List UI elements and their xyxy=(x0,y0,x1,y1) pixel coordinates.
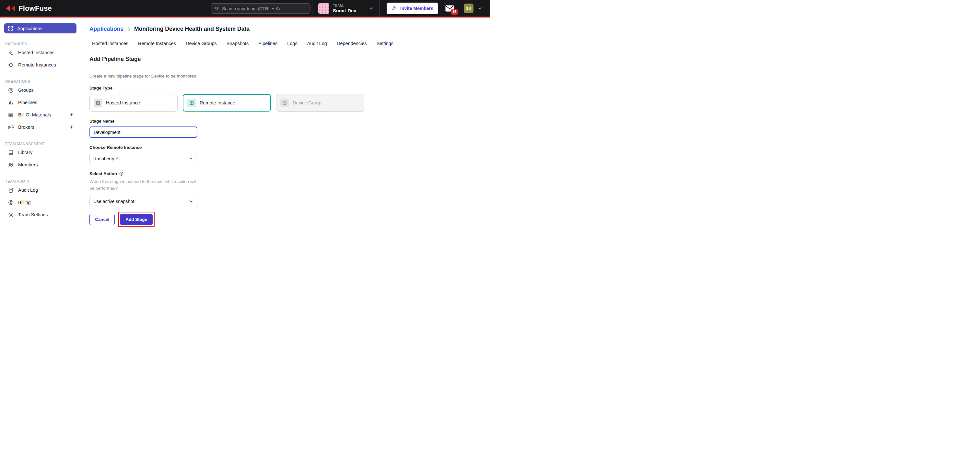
sidebar-item-label: Library xyxy=(18,150,32,155)
page-title: Monitoring Device Health and System Data xyxy=(134,26,250,32)
chevron-right-icon xyxy=(126,27,131,32)
sparkle-icon xyxy=(69,124,74,130)
tab-device-groups[interactable]: Device Groups xyxy=(186,41,217,46)
invite-members-button[interactable]: Invite Members xyxy=(387,3,438,14)
team-search[interactable] xyxy=(211,3,310,14)
grid-icon xyxy=(8,25,14,32)
chevron-down-icon xyxy=(188,199,194,204)
tab-dependencies[interactable]: Dependencies xyxy=(337,41,367,46)
sidebar-item-label: Hosted Instances xyxy=(18,50,54,55)
dollar-icon xyxy=(8,199,14,206)
add-stage-button[interactable]: Add Stage xyxy=(120,214,153,225)
sidebar-item-label: Groups xyxy=(18,88,34,93)
notification-badge: 15 xyxy=(451,10,458,14)
form-description: Create a new pipeline stage for Device t… xyxy=(89,73,368,78)
stage-type-remote-instance[interactable]: Remote Instance xyxy=(183,94,271,112)
breadcrumb-applications-link[interactable]: Applications xyxy=(89,26,124,32)
sidebar-item-library[interactable]: Library xyxy=(0,146,81,159)
notifications-button[interactable]: 15 xyxy=(445,5,454,12)
flowfuse-logo[interactable]: FlowFuse xyxy=(6,4,52,13)
team-label: TEAM: xyxy=(333,3,356,8)
text-cursor xyxy=(121,129,121,135)
sidebar-section-team-management: TEAM MANAGEMENT xyxy=(5,142,81,146)
chip-icon xyxy=(187,99,196,107)
tab-snapshots[interactable]: Snapshots xyxy=(226,41,249,46)
sidebar-section-team-admin: TEAM ADMIN xyxy=(5,179,81,184)
main-content: Applications Monitoring Device Health an… xyxy=(81,18,490,235)
app-shell: Applications INSTANCES Hosted Instances xyxy=(0,18,490,235)
remote-instance-value: Raspberry Pi xyxy=(93,156,119,161)
add-pipeline-stage-form: Add Pipeline Stage Create a new pipeline… xyxy=(89,56,368,225)
chevron-down-icon xyxy=(188,156,194,161)
database-icon xyxy=(8,187,14,193)
hosted-instance-icon xyxy=(8,49,14,56)
select-action-help: When this stage is pushed to the next, w… xyxy=(89,179,202,192)
sidebar-item-label: Members xyxy=(18,162,38,167)
sidebar-item-label: Brokers xyxy=(18,124,34,130)
stage-type-hosted-instance[interactable]: Hosted Instance xyxy=(89,94,178,112)
stage-type-option-label: Device Group xyxy=(293,100,321,105)
remote-instance-select[interactable]: Raspberry Pi xyxy=(89,153,197,164)
sidebar-item-hosted-instances[interactable]: Hosted Instances xyxy=(0,46,81,59)
team-selector[interactable]: TEAM: Sumit-Dev xyxy=(312,0,380,16)
navbar-right-cluster: TEAM: Sumit-Dev Invite Mem xyxy=(312,0,490,16)
sidebar-item-label: Remote Instances xyxy=(18,62,56,67)
sidebar-item-billing[interactable]: Billing xyxy=(0,196,81,209)
sidebar-item-label: Billing xyxy=(18,200,31,205)
search-input[interactable] xyxy=(222,6,307,11)
sidebar-item-members[interactable]: Members xyxy=(0,159,81,171)
hosted-instance-icon xyxy=(94,99,102,107)
select-action-label: Select Action xyxy=(89,171,117,176)
action-select[interactable]: Use active snapshot xyxy=(89,196,197,207)
sidebar-item-audit-log[interactable]: Audit Log xyxy=(0,184,81,196)
invite-members-label: Invite Members xyxy=(400,6,433,11)
info-icon[interactable] xyxy=(119,171,124,176)
tab-hosted-instances[interactable]: Hosted Instances xyxy=(92,41,128,46)
stage-name-input[interactable]: Development xyxy=(89,126,197,138)
action-value: Use active snapshot xyxy=(93,199,134,204)
form-actions: Cancel Add Stage xyxy=(89,214,368,225)
book-icon xyxy=(8,150,14,156)
sidebar-item-brokers[interactable]: Brokers xyxy=(0,121,81,133)
tab-settings[interactable]: Settings xyxy=(377,41,393,46)
brand-name: FlowFuse xyxy=(19,4,52,13)
user-avatar: SU xyxy=(464,3,474,13)
tab-pipelines[interactable]: Pipelines xyxy=(258,41,277,46)
sidebar-item-remote-instances[interactable]: Remote Instances xyxy=(0,59,81,71)
sidebar-item-bill-of-materials[interactable]: Bill Of Materials xyxy=(0,108,81,121)
tab-audit-log[interactable]: Audit Log xyxy=(307,41,327,46)
stage-name-label: Stage Name xyxy=(89,119,368,124)
sidebar-item-label: Pipelines xyxy=(18,100,37,105)
broadcast-icon xyxy=(8,124,14,131)
form-heading: Add Pipeline Stage xyxy=(89,56,368,67)
sparkle-icon xyxy=(69,112,74,118)
sidebar-item-label: Audit Log xyxy=(18,187,38,193)
sidebar-item-groups[interactable]: Groups xyxy=(0,84,81,96)
stage-name-value: Development xyxy=(94,130,121,135)
sidebar-section-operations: OPERATIONS xyxy=(5,80,81,84)
tab-logs[interactable]: Logs xyxy=(287,41,297,46)
chip-icon xyxy=(8,62,14,68)
add-stage-button-wrapper: Add Stage xyxy=(120,214,153,225)
user-plus-icon xyxy=(391,5,397,11)
breadcrumb: Applications Monitoring Device Health an… xyxy=(89,26,480,32)
cancel-button[interactable]: Cancel xyxy=(89,214,115,225)
sidebar-item-team-settings[interactable]: Team Settings xyxy=(0,209,81,221)
sidebar-item-label: Bill Of Materials xyxy=(18,112,51,117)
sidebar-item-applications[interactable]: Applications xyxy=(4,23,76,33)
device-group-icon xyxy=(280,99,289,107)
flowfuse-app: FlowFuse TEAM: Sumit-Dev xyxy=(0,0,490,235)
tab-remote-instances[interactable]: Remote Instances xyxy=(138,41,176,46)
chevron-down-icon xyxy=(369,6,374,11)
stage-type-device-group: Device Group xyxy=(276,94,364,112)
user-menu[interactable]: SU xyxy=(464,3,490,13)
table-icon xyxy=(8,112,14,118)
sidebar-item-pipelines[interactable]: Pipelines xyxy=(0,96,81,108)
team-name: Sumit-Dev xyxy=(333,8,356,13)
sidebar: Applications INSTANCES Hosted Instances xyxy=(0,18,81,235)
sidebar-item-label: Team Settings xyxy=(18,212,48,217)
groups-icon xyxy=(8,87,14,93)
flowfuse-logo-icon xyxy=(6,5,16,12)
top-navbar: FlowFuse TEAM: Sumit-Dev xyxy=(0,0,490,18)
remote-instance-label: Choose Remote Instance xyxy=(89,145,368,150)
